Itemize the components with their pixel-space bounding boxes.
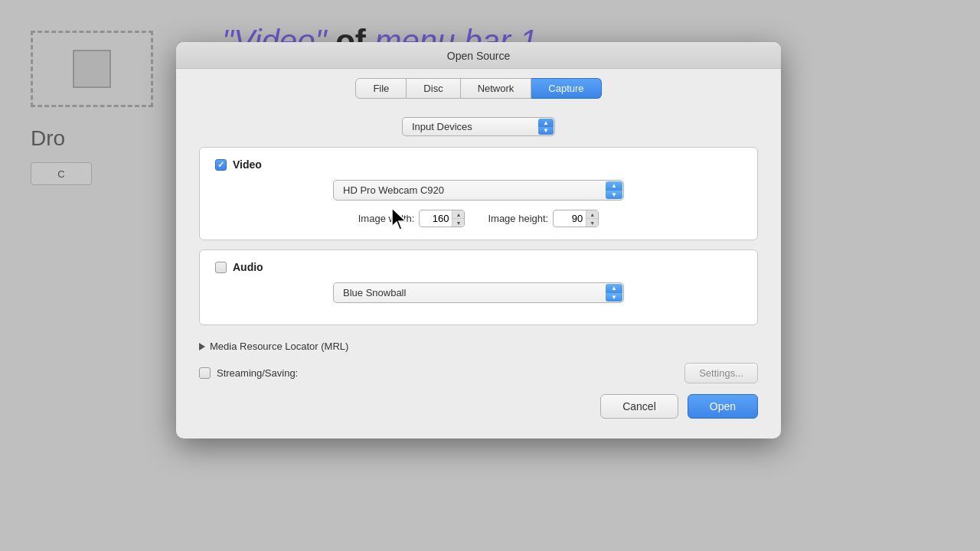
video-label: Video (233, 158, 262, 171)
tab-disc[interactable]: Disc (407, 78, 460, 99)
audio-device-down[interactable]: ▼ (606, 293, 622, 302)
audio-checkbox[interactable] (215, 262, 227, 273)
height-input-wrapper: ▲ ▼ (553, 210, 599, 227)
video-device-select[interactable]: HD Pro Webcam C920 (333, 180, 624, 201)
input-devices-stepper: ▲ ▼ (538, 119, 554, 135)
settings-button[interactable]: Settings... (684, 363, 758, 383)
audio-device-wrapper: Blue Snowball ▲ ▼ (333, 282, 624, 303)
height-down[interactable]: ▼ (586, 219, 598, 227)
video-device-row: HD Pro Webcam C920 ▲ ▼ (215, 180, 742, 201)
tab-capture[interactable]: Capture (531, 78, 601, 99)
input-devices-select[interactable]: Input Devices Screen Audio Input (402, 117, 555, 136)
open-button[interactable]: Open (688, 394, 758, 419)
input-devices-up[interactable]: ▲ (538, 119, 554, 127)
audio-label: Audio (233, 261, 263, 273)
streaming-label: Streaming/Saving: (217, 367, 298, 379)
action-row: Cancel Open (199, 394, 758, 423)
width-stepper: ▲ ▼ (452, 210, 464, 227)
input-devices-row: Input Devices Screen Audio Input ▲ ▼ (199, 117, 758, 136)
video-device-up[interactable]: ▲ (606, 181, 622, 191)
video-checkbox[interactable] (215, 159, 227, 171)
audio-device-select[interactable]: Blue Snowball (333, 282, 624, 303)
cancel-button[interactable]: Cancel (600, 394, 678, 419)
input-devices-wrapper: Input Devices Screen Audio Input ▲ ▼ (402, 117, 555, 136)
input-devices-down[interactable]: ▼ (538, 127, 554, 135)
tabs-row: File Disc Network Capture (176, 69, 781, 106)
dialog: Open Source File Disc Network Capture In… (176, 42, 781, 439)
dialog-titlebar: Open Source (176, 42, 781, 69)
audio-device-stepper: ▲ ▼ (606, 284, 622, 302)
mrl-label: Media Resource Locator (MRL) (210, 341, 348, 352)
dimensions-row: Image width: ▲ ▼ Image height: ▲ (215, 210, 742, 227)
height-up[interactable]: ▲ (586, 210, 598, 219)
streaming-checkbox[interactable] (199, 367, 211, 379)
width-label: Image width: (358, 213, 415, 224)
dialog-body: Input Devices Screen Audio Input ▲ ▼ Vid… (176, 117, 781, 439)
audio-header: Audio (215, 261, 742, 273)
tab-network[interactable]: Network (461, 78, 532, 99)
streaming-row: Streaming/Saving: Settings... (199, 358, 758, 394)
mrl-row: Media Resource Locator (MRL) (199, 334, 758, 358)
video-device-stepper: ▲ ▼ (606, 181, 622, 199)
video-header: Video (215, 158, 742, 171)
video-device-wrapper: HD Pro Webcam C920 ▲ ▼ (333, 180, 624, 201)
width-group: Image width: ▲ ▼ (358, 210, 466, 227)
width-input-wrapper: ▲ ▼ (419, 210, 465, 227)
width-up[interactable]: ▲ (452, 210, 464, 219)
height-stepper: ▲ ▼ (586, 210, 598, 227)
height-label: Image height: (488, 213, 548, 224)
video-device-down[interactable]: ▼ (606, 191, 622, 200)
width-down[interactable]: ▼ (452, 219, 464, 227)
audio-device-up[interactable]: ▲ (606, 284, 622, 293)
tab-file[interactable]: File (355, 78, 407, 99)
streaming-left: Streaming/Saving: (199, 367, 298, 379)
dialog-title: Open Source (447, 50, 511, 62)
audio-section: Audio Blue Snowball ▲ ▼ (199, 249, 758, 325)
height-group: Image height: ▲ ▼ (488, 210, 599, 227)
audio-device-row: Blue Snowball ▲ ▼ (215, 282, 742, 303)
mrl-toggle-icon[interactable] (199, 343, 205, 350)
video-section: Video HD Pro Webcam C920 ▲ ▼ Image width… (199, 147, 758, 240)
